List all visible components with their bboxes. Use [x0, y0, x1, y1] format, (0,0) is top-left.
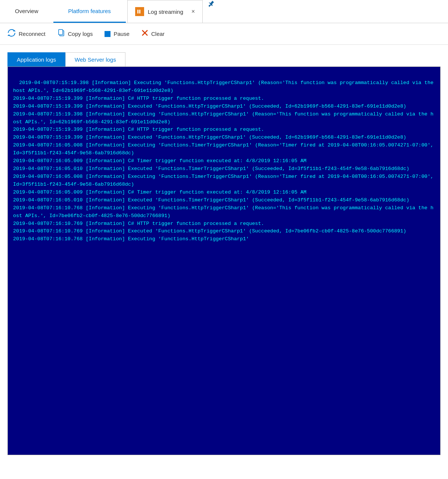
clear-icon	[141, 30, 148, 38]
pin-icon[interactable]	[207, 0, 215, 23]
pause-icon	[105, 31, 111, 37]
tab-platform-features[interactable]: Platform features	[53, 0, 126, 23]
log-streaming-close[interactable]: ×	[192, 8, 195, 15]
copy-logs-button[interactable]: Copy logs	[57, 29, 93, 38]
pause-label: Pause	[113, 31, 130, 37]
tab-application-logs[interactable]: Application logs	[7, 52, 65, 67]
log-type-tabs: Application logs Web Server logs	[0, 45, 448, 67]
clear-label: Clear	[151, 31, 165, 37]
copy-logs-icon	[57, 29, 65, 38]
tab-log-streaming[interactable]: Log streaming ×	[127, 0, 203, 23]
web-server-logs-label: Web Server logs	[75, 56, 116, 63]
svg-rect-5	[59, 30, 63, 35]
tab-web-server-logs[interactable]: Web Server logs	[65, 52, 125, 67]
application-logs-label: Application logs	[17, 56, 56, 63]
tab-overview-label: Overview	[15, 8, 38, 14]
reconnect-label: Reconnect	[19, 31, 46, 37]
svg-rect-0	[137, 10, 139, 13]
log-streaming-icon	[135, 7, 144, 16]
svg-marker-3	[7, 34, 10, 36]
log-text: 2019-04-08T07:15:19.398 [Information] Ex…	[13, 80, 436, 242]
top-nav: Overview Platform features Log streaming…	[0, 0, 448, 23]
copy-logs-label: Copy logs	[68, 31, 93, 37]
pause-button[interactable]: Pause	[105, 31, 130, 37]
svg-rect-1	[139, 10, 140, 13]
log-output[interactable]: 2019-04-08T07:15:19.398 [Information] Ex…	[7, 67, 441, 455]
tab-overview[interactable]: Overview	[0, 0, 53, 23]
clear-button[interactable]: Clear	[141, 30, 165, 38]
toolbar: Reconnect Copy logs Pause Clear	[0, 23, 448, 45]
tab-platform-features-label: Platform features	[68, 8, 111, 14]
reconnect-icon	[7, 29, 16, 38]
log-streaming-label: Log streaming	[148, 9, 183, 15]
reconnect-button[interactable]: Reconnect	[7, 29, 46, 38]
